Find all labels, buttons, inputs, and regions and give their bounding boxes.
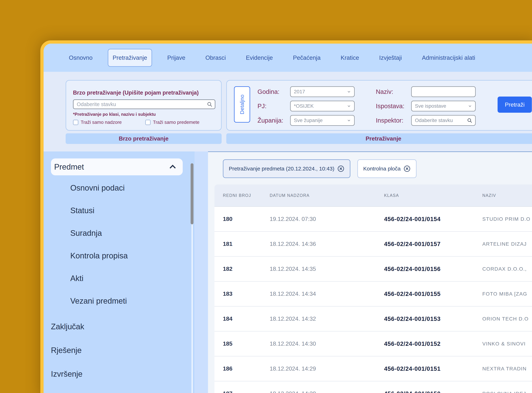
detaljno-button[interactable]: Detaljno <box>234 86 250 123</box>
search-section: Brzo pretraživanje (Upišite pojam pretra… <box>44 72 532 152</box>
chevron-down-icon <box>347 89 351 94</box>
sidebar-scrollbar-thumb[interactable] <box>191 163 193 224</box>
table-row[interactable]: 181 18.12.2024. 14:36 456-02/24-001/0157… <box>214 232 532 257</box>
field-label: Inspektor: <box>376 115 403 126</box>
nav-tab[interactable]: Obrasci <box>205 54 226 61</box>
quick-search-title: Brzo pretraživanje (Upišite pojam pretra… <box>73 89 199 96</box>
quick-search-note: *Pretraživanje po klasi, nazivu i subjek… <box>73 112 156 117</box>
quick-search-inputwrap <box>73 99 215 109</box>
checkbox-label: Traži samo nadzore <box>81 119 122 125</box>
nav-tab[interactable]: Pretraživanje <box>108 49 152 67</box>
detailed-search-tab[interactable]: Pretraživanje <box>226 133 532 144</box>
workspace: Pretraživanje predmeta (20.12.2024., 10:… <box>208 152 532 393</box>
table-header: REDNI BROJ DATUM NADZORA KLASA NAZIV <box>214 184 532 207</box>
field-label: PJ: <box>257 101 267 111</box>
table-row[interactable]: 185 18.12.2024. 14:30 456-02/24-001/0152… <box>214 331 532 356</box>
nav-tab[interactable]: Kratice <box>341 54 359 61</box>
sidebar-children: Osnovni podaci Statusi Suradnja Kontrola… <box>70 177 128 312</box>
quick-search-tab[interactable]: Brzo pretraživanje <box>66 133 222 144</box>
quick-search-checkboxes: Traži samo nadzore Traži samo predemete <box>73 119 219 125</box>
select-field[interactable]: 2017 <box>290 86 355 97</box>
select-field[interactable]: Sve županije <box>290 115 355 126</box>
checkbox-label: Traži samo predemete <box>153 119 199 125</box>
quick-search-input[interactable] <box>73 99 215 109</box>
nav-tab[interactable]: Administracijski alati <box>422 54 475 61</box>
checkbox[interactable] <box>145 120 151 125</box>
workspace-tabs: Pretraživanje predmeta (20.12.2024., 10:… <box>223 159 416 178</box>
sidebar-subitem[interactable]: Osnovni podaci <box>70 177 128 199</box>
nav-tab[interactable]: Pečaćenja <box>293 54 321 61</box>
close-icon[interactable] <box>403 165 411 172</box>
sidebar-subitem[interactable]: Akti <box>70 267 128 290</box>
table-row[interactable]: 180 19.12.2024. 07:30 456-02/24-001/0154… <box>214 207 532 232</box>
table-row[interactable]: 183 18.12.2024. 14:34 456-02/24-001/0155… <box>214 282 532 306</box>
nav-tab[interactable]: Osnovno <box>69 54 92 61</box>
table-row[interactable]: 182 18.12.2024. 14:35 456-02/24-001/0156… <box>214 257 532 282</box>
workspace-tab[interactable]: Kontrolna ploča <box>357 159 416 178</box>
field-label: Naziv: <box>376 86 393 97</box>
select-field[interactable]: Sve ispostave <box>411 101 476 111</box>
field-label: Ispostava: <box>376 101 405 111</box>
col-header-datum-nadzora: DATUM NADZORA <box>270 193 384 198</box>
chevron-down-icon <box>468 104 472 108</box>
sidebar-item[interactable]: Izvršenje <box>51 362 84 386</box>
chevron-down-icon <box>347 118 351 123</box>
sidebar-gutter <box>194 152 208 393</box>
quick-search-panel: Brzo pretraživanje (Upišite pojam pretra… <box>66 80 222 131</box>
results-table: REDNI BROJ DATUM NADZORA KLASA NAZIV 180… <box>214 184 532 393</box>
field-label: Godina: <box>257 86 280 97</box>
table-row[interactable]: 187 18.12.2024. 14:28 456-02/24-001/0150… <box>214 381 532 393</box>
table-row[interactable]: 184 18.12.2024. 14:32 456-02/24-001/0153… <box>214 306 532 331</box>
app-window: Osnovno Pretraživanje Prijave Obrasci Ev… <box>40 40 532 393</box>
detailed-search-panel: Detaljno Pretraži Godina:2017PJ:*OSIJEKŽ… <box>226 80 532 131</box>
sidebar-item-predmet[interactable]: Predmet <box>51 158 183 175</box>
checkbox[interactable] <box>73 120 78 125</box>
close-icon[interactable] <box>337 165 344 172</box>
col-header-redni-broj: REDNI BROJ <box>214 193 270 198</box>
content-row: Predmet Osnovni podaci Statusi Suradnja … <box>44 152 532 393</box>
chevron-up-icon <box>170 165 176 171</box>
sidebar-subitem[interactable]: Vezani predmeti <box>70 290 128 312</box>
col-header-naziv: NAZIV <box>482 193 532 198</box>
field-label: Županija: <box>257 115 283 126</box>
main-nav: Osnovno Pretraživanje Prijave Obrasci Ev… <box>44 44 532 72</box>
app-surface: Osnovno Pretraživanje Prijave Obrasci Ev… <box>44 44 532 393</box>
sidebar-subitem[interactable]: Kontrola propisa <box>70 244 128 267</box>
search-icon <box>207 101 213 107</box>
sidebar: Predmet Osnovni podaci Statusi Suradnja … <box>44 152 208 393</box>
sidebar-sections: Zaključak Rješenje Izvršenje <box>51 315 84 386</box>
nav-tab[interactable]: Prijave <box>167 54 185 61</box>
search-field[interactable]: Odaberite stavku <box>411 115 476 126</box>
text-field[interactable] <box>411 86 476 97</box>
nav-tab[interactable]: Evidencije <box>246 54 273 61</box>
table-row[interactable]: 186 18.12.2024. 14:29 456-02/24-001/0151… <box>214 356 532 381</box>
sidebar-item[interactable]: Zaključak <box>51 315 84 339</box>
sidebar-subitem[interactable]: Suradnja <box>70 222 128 244</box>
desktop-background: Osnovno Pretraživanje Prijave Obrasci Ev… <box>0 0 532 393</box>
checkbox-row: Traži samo nadzore <box>73 119 122 125</box>
col-header-klasa: KLASA <box>384 193 482 198</box>
table-body: 180 19.12.2024. 07:30 456-02/24-001/0154… <box>214 207 532 393</box>
chevron-down-icon <box>347 104 351 108</box>
sidebar-subitem[interactable]: Statusi <box>70 199 128 222</box>
workspace-tab[interactable]: Pretraživanje predmeta (20.12.2024., 10:… <box>223 159 350 178</box>
sidebar-item[interactable]: Rješenje <box>51 339 84 362</box>
checkbox-row: Traži samo predemete <box>145 119 199 125</box>
search-submit-button[interactable]: Pretraži <box>498 97 532 113</box>
nav-tab[interactable]: Izvještaji <box>379 54 402 61</box>
search-icon <box>467 118 472 123</box>
select-field[interactable]: *OSIJEK <box>290 101 355 111</box>
